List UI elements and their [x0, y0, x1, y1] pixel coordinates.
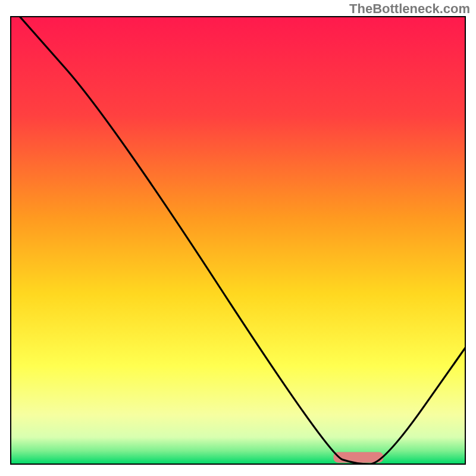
chart-container: TheBottleneck.com [0, 0, 476, 476]
chart-svg [0, 0, 476, 476]
attribution-text: TheBottleneck.com [349, 1, 470, 17]
